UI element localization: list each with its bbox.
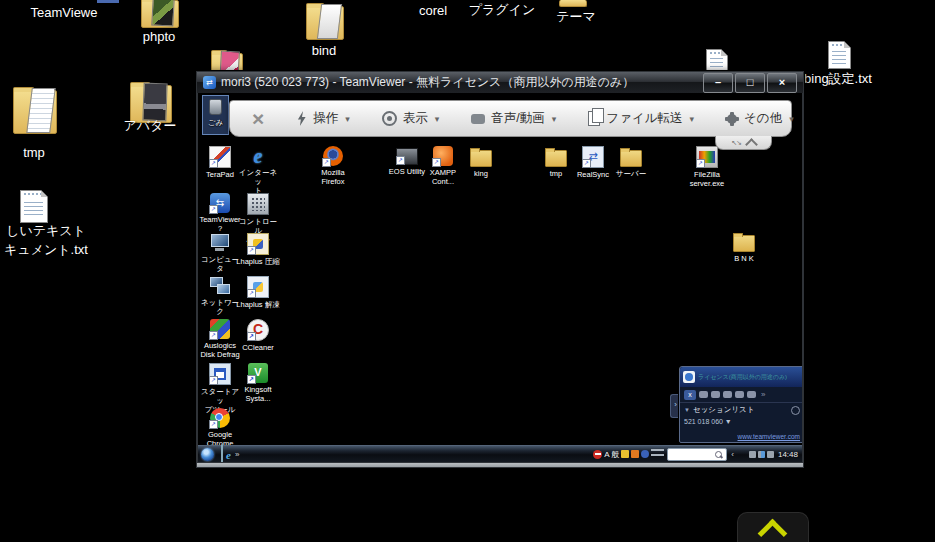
minimize-button[interactable]: – xyxy=(703,73,733,93)
remote-icon-lhaplus-extract[interactable]: ↗Lhaplus 解凍 xyxy=(236,276,280,309)
battery-icon[interactable] xyxy=(749,451,756,458)
ime-options-icon[interactable] xyxy=(651,449,664,459)
corel-folder-label[interactable]: corel xyxy=(399,1,467,20)
phpto-folder-icon[interactable] xyxy=(141,0,179,28)
remote-icon-filezilla-server[interactable]: ↗FileZilla server.exe xyxy=(685,146,729,188)
remote-control-toolbar: ×操作▾表示▾音声/動画▾ファイル転送▾その他▾ xyxy=(229,100,792,137)
phpto-folder-label[interactable]: phpto xyxy=(121,27,197,46)
auslogics-disk-defrag-icon: ↗ xyxy=(210,319,230,339)
teamviewer-logo-icon xyxy=(683,371,695,383)
audio-video-menu-button[interactable]: 音声/動画▾ xyxy=(459,104,568,134)
ime-mode-label[interactable]: A 般 xyxy=(604,449,619,460)
chat-icon[interactable] xyxy=(735,391,744,398)
remote-taskbar: e » A 般 ‹ 14:48 xyxy=(198,445,802,462)
extras-menu-button[interactable]: その他▾ xyxy=(714,104,802,134)
remote-icon-mozilla-firefox[interactable]: ↗Mozilla Firefox xyxy=(311,146,355,186)
shortcut-arrow-icon: ↗ xyxy=(209,159,218,168)
session-list-row[interactable]: ▼ セッションリスト xyxy=(680,403,802,417)
remote-icon-kingsoft[interactable]: V↗Kingsoft Systa... xyxy=(236,363,280,403)
theme-folder-icon[interactable] xyxy=(559,0,587,7)
tray-icon[interactable] xyxy=(641,450,649,458)
remote-icon-lhaplus-compress[interactable]: ↗Lhaplus 圧縮 xyxy=(236,233,280,266)
tray-icon[interactable] xyxy=(631,450,639,458)
speaker-icon[interactable] xyxy=(767,451,774,458)
title-bar[interactable]: ⇄ mori3 (520 023 773) - TeamViewer - 無料ラ… xyxy=(197,72,803,93)
close-session-button[interactable]: × xyxy=(240,102,276,136)
session-panel-header[interactable]: ライセンス(商用以外の用途のみ) xyxy=(680,367,802,387)
eye-icon xyxy=(382,111,397,126)
lhaplus-compress-label: Lhaplus 圧縮 xyxy=(236,257,279,266)
remote-icon-server-folder[interactable]: サーバー xyxy=(609,146,653,178)
search-input[interactable] xyxy=(667,448,727,461)
tray-collapse-arrow[interactable]: ‹ xyxy=(731,450,734,459)
plugin-folder-label[interactable]: プラグイン xyxy=(458,0,546,19)
menu-label: 操作 xyxy=(313,110,338,127)
start-button[interactable] xyxy=(201,448,214,461)
remote-recycle-bin[interactable]: ごみ xyxy=(202,95,229,135)
headset-icon[interactable] xyxy=(723,391,732,398)
file-icon[interactable] xyxy=(747,391,756,398)
toolbar-collapse-tab[interactable]: ↖↘ xyxy=(715,136,772,150)
xampp-control-label: XAMPP Cont... xyxy=(430,168,456,186)
realsync-label: RealSync xyxy=(577,170,609,179)
chevron-down-icon: ▾ xyxy=(552,114,557,124)
tmp-folder-label[interactable]: tmp xyxy=(0,143,68,162)
window-switcher-icon[interactable] xyxy=(221,444,223,462)
maximize-button[interactable]: □ xyxy=(735,73,765,93)
remote-icon-bnk-folder[interactable]: B N K xyxy=(722,231,766,263)
chevron-down-icon: ▾ xyxy=(690,114,695,124)
avatar-folder-label[interactable]: アバター xyxy=(112,116,188,135)
remote-icon-internet-explorer[interactable]: eインターネッ ト xyxy=(236,146,280,195)
google-chrome-icon: ↗ xyxy=(210,408,230,428)
eos-utility-label: EOS Utility xyxy=(389,167,425,176)
puzzle-icon xyxy=(726,113,738,125)
close-button[interactable]: × xyxy=(767,73,797,93)
theme-folder-label[interactable]: テーマ xyxy=(543,7,609,26)
actions-menu-button[interactable]: 操作▾ xyxy=(284,104,362,134)
bind-folder-icon[interactable] xyxy=(306,6,344,40)
taskbar-clock[interactable]: 14:48 xyxy=(778,450,798,459)
quick-launch-overflow[interactable]: » xyxy=(235,450,239,459)
ie-icon[interactable]: e xyxy=(226,449,231,461)
xampp-control-icon: ↗ xyxy=(433,146,453,166)
ime-disabled-icon[interactable] xyxy=(593,450,602,459)
view-menu-button[interactable]: 表示▾ xyxy=(370,104,452,134)
remote-icon-ccleaner[interactable]: C↗CCleaner xyxy=(236,319,280,352)
remote-icon-king-folder[interactable]: king xyxy=(459,146,503,178)
tmp-folder-label: tmp xyxy=(550,169,563,178)
chevron-up-icon[interactable] xyxy=(745,138,758,151)
bind-folder-label[interactable]: bind xyxy=(288,41,360,60)
remote-icon-google-chrome[interactable]: ↗Google Chrome xyxy=(198,408,242,448)
new-text-document-label[interactable]: しいテキスト キュメント.txt xyxy=(0,221,92,259)
network-icon xyxy=(210,276,230,296)
session-panel-title: ライセンス(商用以外の用途のみ) xyxy=(698,373,787,382)
partner-id[interactable]: 521 018 060 ▼ xyxy=(680,417,802,426)
shortcut-arrow-icon: ↗ xyxy=(209,376,218,385)
teamviewer-label: TeamViewer ? xyxy=(199,215,240,233)
network-icon[interactable] xyxy=(758,451,765,458)
bing-settings-document-label[interactable]: bing設定.txt xyxy=(792,69,884,88)
phone-icon[interactable] xyxy=(711,391,720,398)
lhaplus-extract-icon: ↗ xyxy=(247,276,269,298)
bnk-folder-icon xyxy=(733,235,755,252)
teamviewer-icon: ⇆↗ xyxy=(210,193,230,213)
chevron-down-icon[interactable]: ▼ xyxy=(684,407,690,413)
filezilla-server-label: FileZilla server.exe xyxy=(690,170,725,188)
panel-close-button[interactable]: x xyxy=(684,390,696,400)
video-icon[interactable] xyxy=(699,391,708,398)
lightning-icon xyxy=(296,111,307,126)
session-list-label: セッションリスト xyxy=(693,405,754,415)
kingsoft-label: Kingsoft Systa... xyxy=(244,385,271,403)
file-transfer-menu-button[interactable]: ファイル転送▾ xyxy=(576,104,706,134)
gear-icon[interactable] xyxy=(791,406,800,415)
fullscreen-icon[interactable]: ↖↘ xyxy=(731,139,741,147)
panel-more-icon[interactable]: » xyxy=(761,390,765,399)
tray-icon[interactable] xyxy=(621,450,629,458)
remote-desktop-view[interactable]: ごみ ↗TeraPadeインターネッ ト↗Mozilla Firefox↗EOS… xyxy=(198,93,802,462)
new-text-document-icon[interactable] xyxy=(20,190,48,223)
tmp-folder-icon[interactable] xyxy=(13,90,57,134)
teamviewer-website-link[interactable]: www.teamviewer.com xyxy=(738,433,801,440)
hidden-panel-tab[interactable] xyxy=(737,512,809,542)
bing-settings-document-icon[interactable] xyxy=(828,41,851,69)
teamviewer-app-label[interactable]: TeamViewe xyxy=(18,3,110,22)
